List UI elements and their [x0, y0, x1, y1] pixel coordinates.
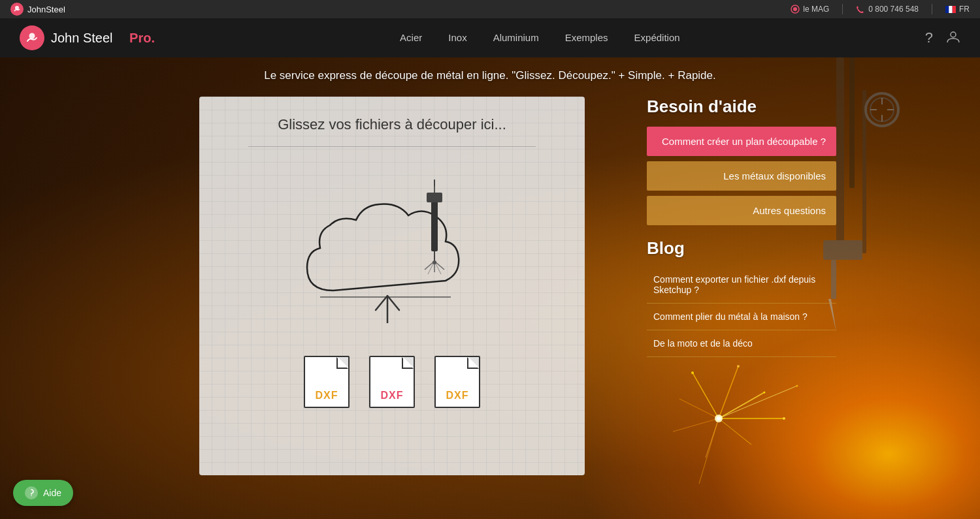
svg-rect-28: [862, 90, 866, 253]
svg-line-15: [706, 418, 719, 458]
help-bubble-icon: [25, 486, 38, 499]
blog-item-2-text: Comment plier du métal à la maison ?: [653, 311, 808, 322]
mag-label: le MAG: [803, 5, 829, 14]
brand[interactable]: John Steel Pro.: [20, 25, 155, 50]
dxf-label-2: DXF: [381, 390, 404, 401]
floating-help-button[interactable]: Aide: [13, 480, 73, 506]
svg-line-17: [673, 418, 719, 432]
dxf-label-3: DXF: [446, 390, 469, 401]
blog-section: Blog Comment exporter un fichier .dxf de…: [647, 238, 836, 357]
svg-point-51: [31, 495, 32, 496]
svg-point-19: [715, 415, 723, 422]
topbar: JohnSteel le MAG 0 800 746 548 FR: [0, 0, 980, 18]
svg-point-20: [717, 417, 721, 420]
upload-title: Glissez vos fichiers à découper ici...: [278, 116, 506, 133]
tagline-text: Le service express de découpe de métal e…: [264, 69, 716, 82]
nav-expedition-link[interactable]: Expédition: [634, 32, 680, 43]
phone-link[interactable]: 0 800 746 548: [856, 5, 919, 14]
brand-pro: Pro.: [129, 31, 155, 46]
help-btn-plan[interactable]: Comment créer un plan découpable ?: [647, 127, 836, 156]
svg-point-32: [866, 93, 898, 126]
svg-line-10: [719, 366, 738, 418]
help-btn-other[interactable]: Autres questions: [647, 196, 836, 225]
nav-acier-link[interactable]: Acier: [400, 32, 422, 43]
svg-line-18: [699, 418, 719, 484]
nav-inox-link[interactable]: Inox: [448, 32, 466, 43]
svg-point-24: [783, 417, 785, 420]
svg-rect-40: [431, 199, 438, 251]
dxf-file-2[interactable]: DXF: [366, 356, 418, 408]
upload-dropzone[interactable]: Glissez vos fichiers à découper ici...: [199, 97, 585, 475]
svg-line-9: [693, 373, 719, 418]
help-title: Besoin d'aide: [647, 97, 836, 117]
brand-icon: [10, 3, 24, 16]
svg-line-12: [679, 399, 719, 418]
brand-logo-icon: [20, 25, 44, 50]
svg-point-25: [796, 385, 798, 387]
nav-exemples[interactable]: Exemples: [565, 32, 608, 44]
phone-number: 0 800 746 548: [868, 5, 919, 14]
svg-point-33: [870, 98, 894, 121]
topbar-right: le MAG 0 800 746 548 FR: [791, 4, 970, 14]
dxf-icon-3: DXF: [434, 356, 480, 408]
blog-item-2[interactable]: Comment plier du métal à la maison ?: [647, 304, 836, 330]
svg-point-47: [433, 260, 436, 264]
nav-acier[interactable]: Acier: [400, 32, 422, 44]
topbar-brand[interactable]: JohnSteel: [10, 3, 65, 16]
svg-point-7: [29, 33, 35, 39]
svg-rect-48: [427, 193, 442, 202]
help-btn-metals[interactable]: Les métaux disponibles: [647, 161, 836, 191]
hero-tagline: Le service express de découpe de métal e…: [0, 69, 980, 82]
svg-rect-6: [953, 6, 956, 13]
hero-section: Le service express de découpe de métal e…: [0, 57, 980, 519]
dxf-files: DXF DXF DXF: [301, 356, 483, 408]
svg-rect-4: [945, 6, 949, 13]
svg-line-11: [719, 392, 764, 418]
svg-point-21: [691, 371, 694, 374]
dxf-file-1[interactable]: DXF: [301, 356, 353, 408]
user-icon[interactable]: [946, 29, 960, 47]
divider2: [932, 4, 932, 14]
dxf-file-3[interactable]: DXF: [431, 356, 483, 408]
upload-divider: [248, 146, 536, 147]
mag-link[interactable]: le MAG: [791, 5, 829, 14]
svg-line-16: [719, 386, 797, 418]
sidebar: Besoin d'aide Comment créer un plan déco…: [647, 97, 836, 357]
blog-item-3[interactable]: De la moto et de la déco: [647, 330, 836, 357]
nav-aluminium-link[interactable]: Aluminium: [493, 32, 539, 43]
svg-point-8: [951, 32, 956, 37]
lang-selector[interactable]: FR: [945, 5, 970, 14]
svg-rect-5: [949, 6, 952, 13]
brand-name: John Steel: [51, 31, 113, 46]
blog-item-1[interactable]: Comment exporter un fichier .dxf depuis …: [647, 266, 836, 304]
lang-label: FR: [959, 5, 970, 14]
floating-help-label: Aide: [43, 488, 61, 498]
svg-line-13: [719, 418, 751, 445]
blog-item-1-text: Comment exporter un fichier .dxf depuis …: [653, 274, 815, 295]
svg-point-23: [764, 392, 766, 394]
blog-item-3-text: De la moto et de la déco: [653, 338, 753, 349]
svg-rect-26: [836, 57, 844, 253]
dxf-icon-2: DXF: [369, 356, 415, 408]
svg-point-22: [737, 365, 740, 368]
main-nav: Acier Inox Aluminium Exemples Expédition: [400, 32, 680, 44]
navbar: John Steel Pro. Acier Inox Aluminium Exe…: [0, 18, 980, 57]
nav-expedition[interactable]: Expédition: [634, 32, 680, 44]
help-section: Besoin d'aide Comment créer un plan déco…: [647, 97, 836, 225]
divider: [842, 4, 843, 14]
navbar-icons: ?: [925, 29, 960, 47]
topbar-brand-text: JohnSteel: [27, 5, 65, 14]
nav-aluminium[interactable]: Aluminium: [493, 32, 539, 44]
nav-exemples-link[interactable]: Exemples: [565, 32, 608, 43]
nav-inox[interactable]: Inox: [448, 32, 466, 44]
dxf-icon-1: DXF: [304, 356, 350, 408]
svg-point-0: [15, 6, 19, 10]
help-icon[interactable]: ?: [925, 29, 933, 46]
svg-point-2: [793, 7, 797, 11]
upload-illustration: [281, 160, 503, 343]
dxf-label-1: DXF: [316, 390, 338, 401]
blog-title: Blog: [647, 238, 836, 259]
